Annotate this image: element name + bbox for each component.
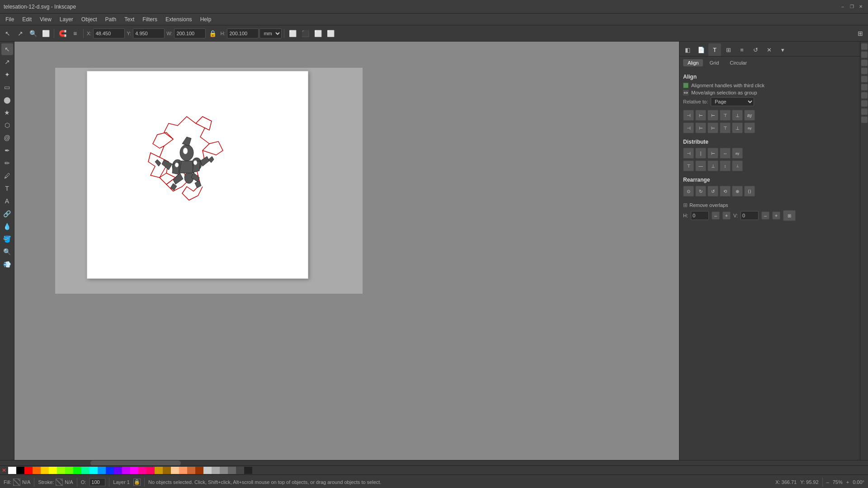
color-yellow-green[interactable]: [57, 467, 65, 474]
right-mini-btn6[interactable]: [861, 84, 868, 90]
color-cyan[interactable]: [90, 467, 98, 474]
align-right-edge[interactable]: ⊢: [708, 110, 718, 121]
color-peach[interactable]: [171, 467, 179, 474]
align-col2[interactable]: ⊢: [695, 122, 706, 133]
alignment-handles-checkbox[interactable]: [683, 83, 689, 88]
no-color-swatch[interactable]: ✕: [0, 467, 8, 474]
close-button[interactable]: ✕: [857, 3, 864, 10]
right-mini-btn9[interactable]: [861, 108, 868, 115]
dist-center-h[interactable]: —: [695, 160, 706, 171]
color-brown-dark[interactable]: [163, 467, 171, 474]
dist-center-v[interactable]: |: [695, 148, 706, 159]
rearrange-1[interactable]: ⊙: [683, 186, 694, 197]
rearrange-4[interactable]: ⟲: [720, 186, 731, 197]
minimize-button[interactable]: –: [839, 3, 846, 10]
h-minus[interactable]: –: [712, 211, 720, 220]
rearrange-5[interactable]: ⊕: [732, 186, 743, 197]
color-pink[interactable]: [138, 467, 146, 474]
rearrange-2[interactable]: ↻: [695, 186, 706, 197]
tool-ellipse[interactable]: ⬤: [1, 94, 13, 106]
color-red[interactable]: [24, 467, 33, 474]
align-col5[interactable]: ⊥: [732, 122, 743, 133]
panel-tab-transform[interactable]: ⊞: [722, 43, 735, 56]
panel-tab-file[interactable]: 📄: [695, 43, 708, 56]
dist-gap-v[interactable]: ↕: [720, 160, 731, 171]
rearrange-3[interactable]: ↺: [708, 186, 718, 197]
color-dark-yellow[interactable]: [155, 467, 163, 474]
color-lime[interactable]: [65, 467, 73, 474]
align-center[interactable]: ⬛: [299, 28, 311, 39]
tool-select[interactable]: ↖: [2, 28, 14, 39]
zoom-in-btn[interactable]: +: [846, 479, 849, 485]
horizontal-scrollbar[interactable]: [0, 460, 868, 465]
tool-gradient[interactable]: A: [1, 195, 13, 207]
panel-tab-more[interactable]: ▾: [776, 43, 789, 56]
align-baseline[interactable]: ay: [744, 110, 755, 121]
tool-3d[interactable]: ⬡: [1, 119, 13, 131]
align-col4[interactable]: ⊤: [720, 122, 731, 133]
right-mini-btn1[interactable]: [861, 43, 868, 50]
right-mini-btn10[interactable]: [861, 117, 868, 123]
tool-rect[interactable]: ▭: [1, 81, 13, 93]
tool-zoom[interactable]: 🔍: [27, 28, 39, 39]
rearrange-6[interactable]: ⟨⟩: [744, 186, 755, 197]
color-violet[interactable]: [122, 467, 130, 474]
align-center-h[interactable]: ⊥: [732, 110, 743, 121]
align-toggle[interactable]: ≡: [69, 28, 81, 39]
tool-pencil[interactable]: ✏: [1, 157, 13, 169]
dist-ay[interactable]: ay: [732, 148, 743, 159]
h-input[interactable]: [227, 28, 259, 38]
tool-paint[interactable]: 🪣: [1, 233, 13, 245]
menu-file[interactable]: File: [2, 15, 18, 23]
align-right[interactable]: ⬜: [312, 28, 324, 39]
remove-overlap-apply[interactable]: ⊞: [783, 210, 796, 221]
x-input[interactable]: [93, 28, 125, 38]
right-mini-btn2[interactable]: [861, 52, 868, 58]
align-top[interactable]: ⬜: [325, 28, 336, 39]
menu-extensions[interactable]: Extensions: [162, 15, 196, 23]
color-mid-gray[interactable]: [212, 467, 220, 474]
tool-dropper[interactable]: 💧: [1, 221, 13, 232]
stroke-color-box[interactable]: [56, 479, 63, 486]
zoom-out-btn[interactable]: –: [826, 479, 829, 485]
tool-node[interactable]: ↗: [14, 28, 26, 39]
align-col3[interactable]: ⊢: [708, 122, 718, 133]
align-center-v[interactable]: ⊢: [695, 110, 706, 121]
right-mini-btn3[interactable]: [861, 60, 868, 66]
menu-filters[interactable]: Filters: [139, 15, 161, 23]
color-light-gray[interactable]: [203, 467, 212, 474]
lock-aspect[interactable]: 🔒: [207, 28, 218, 39]
color-orange[interactable]: [33, 467, 41, 474]
right-mini-btn4[interactable]: [861, 68, 868, 74]
align-tab-grid[interactable]: Grid: [705, 59, 723, 66]
menu-edit[interactable]: Edit: [19, 15, 35, 23]
unit-select[interactable]: mmpxincm: [259, 28, 282, 38]
tool-zoom-tool[interactable]: 🔍: [1, 246, 13, 258]
menu-help[interactable]: Help: [197, 15, 215, 23]
dist-right[interactable]: ⊢: [708, 148, 718, 159]
color-dark-brown[interactable]: [195, 467, 203, 474]
snap-toggle[interactable]: 🧲: [57, 28, 68, 39]
menu-object[interactable]: Object: [78, 15, 101, 23]
menu-text[interactable]: Text: [121, 15, 138, 23]
align-col6[interactable]: ay: [744, 122, 755, 133]
tool-multi[interactable]: ✦: [1, 69, 13, 80]
tool-spray[interactable]: 💨: [1, 258, 13, 270]
h-plus[interactable]: +: [722, 211, 731, 220]
color-rose[interactable]: [146, 467, 155, 474]
y-input[interactable]: [133, 28, 165, 38]
right-mini-btn7[interactable]: [861, 92, 868, 99]
right-mini-btn8[interactable]: [861, 100, 868, 107]
tool-spiral[interactable]: @: [1, 132, 13, 144]
canvas-area[interactable]: [14, 42, 679, 460]
menu-layer[interactable]: Layer: [56, 15, 77, 23]
tool-star[interactable]: ★: [1, 107, 13, 118]
snap1[interactable]: ⊞: [854, 28, 866, 39]
tool-connector[interactable]: 🔗: [1, 208, 13, 220]
tool-text[interactable]: T: [1, 183, 13, 194]
opacity-input[interactable]: [90, 478, 105, 486]
color-blue[interactable]: [106, 467, 114, 474]
w-input[interactable]: [174, 28, 206, 38]
v-plus[interactable]: +: [772, 211, 780, 220]
layer-icon[interactable]: 🔒: [133, 479, 141, 486]
